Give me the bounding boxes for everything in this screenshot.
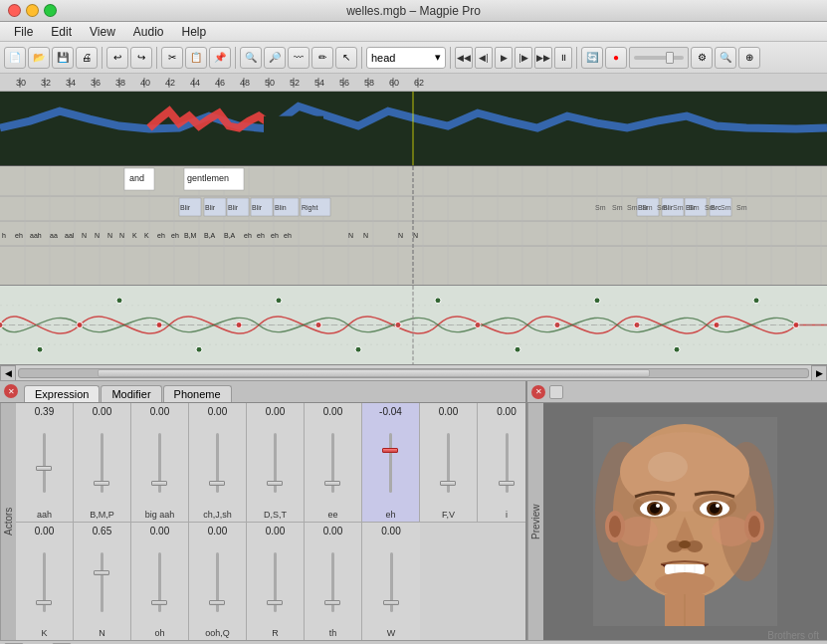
new-button[interactable]: 📄 xyxy=(4,47,26,69)
slider-aah-handle[interactable] xyxy=(36,466,52,471)
menu-view[interactable]: View xyxy=(82,23,123,41)
transport-pause[interactable]: ⏸ xyxy=(554,47,572,69)
slider-w-handle[interactable] xyxy=(383,600,399,605)
slider-i-value: 0.00 xyxy=(497,406,516,417)
print-button[interactable]: 🖨 xyxy=(76,47,98,69)
titlebar: welles.mgb – Magpie Pro xyxy=(0,0,827,22)
window-controls[interactable] xyxy=(8,4,57,17)
svg-text:K: K xyxy=(132,232,137,239)
slider-ee-track[interactable] xyxy=(331,433,334,493)
slider-oohq-handle[interactable] xyxy=(209,600,225,605)
menu-audio[interactable]: Audio xyxy=(125,23,172,41)
slider-i: 0.00 i xyxy=(478,403,525,522)
menubar: File Edit View Audio Help xyxy=(0,22,827,42)
edit-button[interactable]: ✏ xyxy=(311,47,333,69)
tab-modifier[interactable]: Modifier xyxy=(101,385,161,402)
slider-n-handle[interactable] xyxy=(94,570,109,575)
close-panel-button[interactable]: ✕ xyxy=(4,384,18,398)
close-button[interactable] xyxy=(8,4,21,17)
svg-text:Sm: Sm xyxy=(673,204,684,211)
transport-play[interactable]: ▶ xyxy=(495,47,513,69)
slider-eh-handle[interactable] xyxy=(382,448,398,453)
watermark: Brothers oft xyxy=(767,630,819,641)
svg-point-158 xyxy=(674,346,680,352)
slider-eh-track[interactable] xyxy=(389,433,392,493)
scroll-right-button[interactable]: ▶ xyxy=(811,365,827,381)
slider-oh-track[interactable] xyxy=(158,552,161,612)
svg-text:Sm: Sm xyxy=(595,204,606,211)
cut-button[interactable]: ✂ xyxy=(161,47,183,69)
preview-header: ✕ xyxy=(527,381,827,403)
dropdown-arrow-icon: ▾ xyxy=(435,51,441,64)
preview-close-button[interactable]: ✕ xyxy=(531,385,545,399)
slider-oh-handle[interactable] xyxy=(151,600,167,605)
slider-th-handle[interactable] xyxy=(324,600,340,605)
slider-chjsh-track[interactable] xyxy=(216,433,219,493)
scroll-left-button[interactable]: ◀ xyxy=(0,365,16,381)
loop-button[interactable]: 🔄 xyxy=(581,47,603,69)
scroll-thumb[interactable] xyxy=(98,369,650,377)
rec-button[interactable]: ● xyxy=(605,47,627,69)
zoom-in-button[interactable]: 🔍 xyxy=(240,47,262,69)
zoom-fit-button[interactable]: ⊕ xyxy=(738,47,760,69)
slider-th-track[interactable] xyxy=(331,552,334,612)
window-title: welles.mgb – Magpie Pro xyxy=(346,4,481,18)
transport-rewind[interactable]: ◀◀ xyxy=(455,47,473,69)
timeline-scrollbar[interactable]: ◀ ▶ xyxy=(0,365,827,381)
slider-bigaah-value: 0.00 xyxy=(150,406,169,417)
save-button[interactable]: 💾 xyxy=(52,47,74,69)
slider-w-track[interactable] xyxy=(390,552,393,612)
slider-dst-track[interactable] xyxy=(274,433,277,493)
slider-dst-handle[interactable] xyxy=(267,481,283,486)
slider-fv-handle[interactable] xyxy=(440,481,456,486)
minimize-button[interactable] xyxy=(26,4,39,17)
svg-point-157 xyxy=(594,298,600,304)
search-button[interactable]: 🔍 xyxy=(715,47,736,69)
wave-button[interactable]: 〰 xyxy=(288,47,310,69)
copy-button[interactable]: 📋 xyxy=(185,47,207,69)
open-button[interactable]: 📂 xyxy=(28,47,50,69)
slider-bmp-track[interactable] xyxy=(101,433,103,493)
slider-bmp-handle[interactable] xyxy=(94,481,109,486)
slider-r-handle[interactable] xyxy=(267,600,283,605)
svg-text:h: h xyxy=(2,232,6,239)
svg-text:Sm: Sm xyxy=(736,204,747,211)
volume-slider[interactable] xyxy=(629,47,689,69)
svg-text:aah: aah xyxy=(30,232,42,239)
transport-next-frame[interactable]: |▶ xyxy=(515,47,532,69)
scroll-track[interactable] xyxy=(18,368,809,378)
slider-k-track[interactable] xyxy=(43,552,46,612)
tab-expression[interactable]: Expression xyxy=(24,385,100,402)
cursor-button[interactable]: ↖ xyxy=(335,47,357,69)
svg-text:50: 50 xyxy=(265,78,275,88)
slider-fv-track[interactable] xyxy=(447,433,450,493)
statusbar: ▶| 34 |▶ Brothers oft xyxy=(0,640,827,644)
slider-aah-track[interactable] xyxy=(43,433,46,493)
undo-button[interactable]: ↩ xyxy=(106,47,128,69)
head-dropdown[interactable]: head ▾ xyxy=(366,47,446,69)
slider-ee-handle[interactable] xyxy=(324,481,340,486)
slider-k-handle[interactable] xyxy=(36,600,52,605)
slider-bigaah-handle[interactable] xyxy=(151,481,167,486)
slider-i-track[interactable] xyxy=(506,433,509,493)
slider-i-handle[interactable] xyxy=(499,481,515,486)
slider-chjsh-handle[interactable] xyxy=(209,481,225,486)
slider-n-track[interactable] xyxy=(101,552,103,612)
svg-point-176 xyxy=(716,504,720,508)
slider-bigaah-track[interactable] xyxy=(158,433,161,493)
transport-prev-frame[interactable]: ◀| xyxy=(475,47,493,69)
paste-button[interactable]: 📌 xyxy=(209,47,231,69)
tab-phoneme[interactable]: Phoneme xyxy=(163,385,232,402)
menu-edit[interactable]: Edit xyxy=(43,23,80,41)
menu-help[interactable]: Help xyxy=(174,23,215,41)
transport-fast-forward[interactable]: ▶▶ xyxy=(534,47,552,69)
settings-button[interactable]: ⚙ xyxy=(691,47,713,69)
slider-r-track[interactable] xyxy=(274,552,277,612)
slider-ee-label: ee xyxy=(327,510,337,520)
preview-minimize-button[interactable] xyxy=(549,385,563,399)
menu-file[interactable]: File xyxy=(6,23,41,41)
redo-button[interactable]: ↪ xyxy=(130,47,152,69)
slider-oohq-track[interactable] xyxy=(216,552,219,612)
maximize-button[interactable] xyxy=(44,4,57,17)
zoom-out-button[interactable]: 🔎 xyxy=(264,47,286,69)
